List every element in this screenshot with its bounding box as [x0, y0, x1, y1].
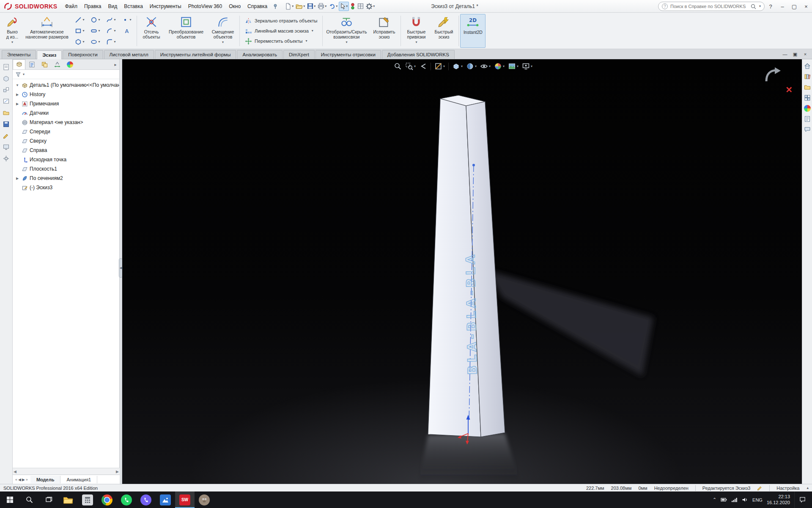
left-toolbar-open-icon[interactable]: [3, 109, 10, 116]
help-button[interactable]: ?: [765, 0, 776, 13]
tree-item-annotations[interactable]: ▶ A Примечания: [13, 99, 119, 108]
wifi-icon[interactable]: [731, 497, 738, 503]
tree-item-origin[interactable]: Исходная точка: [13, 155, 119, 164]
help-search-input[interactable]: [670, 4, 748, 9]
offset-entities-button[interactable]: Смещение объектов ▾: [208, 14, 238, 48]
taskbar-whatsapp-button[interactable]: [117, 491, 136, 508]
linear-pattern-button[interactable]: Линейный массив эскиза ▾: [244, 27, 318, 35]
snaps-caret-icon[interactable]: ▾: [415, 40, 417, 44]
view-orientation-button[interactable]: ▾: [451, 61, 464, 71]
taskbar-chrome-button[interactable]: [97, 491, 117, 508]
tree-item-plane1[interactable]: Плоскость1: [13, 164, 119, 174]
undo-button[interactable]: ▾: [328, 2, 338, 10]
graphics-viewport[interactable]: BLA-BLA-BLA ▾ ▾ ▾ ▾: [122, 59, 802, 484]
featuremanager-tab[interactable]: [13, 59, 25, 69]
minimize-button[interactable]: –: [776, 0, 788, 13]
tree-item-loft2[interactable]: ▶ По сечениям2: [13, 174, 119, 183]
rectangle-tool[interactable]: ▾: [72, 25, 88, 36]
menu-help[interactable]: Справка: [244, 1, 271, 12]
centerline-endpoint[interactable]: [472, 164, 475, 166]
menu-insert[interactable]: Вставка: [121, 1, 146, 12]
doc-minimize-icon[interactable]: —: [781, 50, 789, 58]
sketch-text-tool[interactable]: А: [119, 25, 134, 36]
language-indicator[interactable]: ENG: [752, 497, 763, 502]
doc-close-icon[interactable]: ×: [801, 50, 809, 58]
previous-view-button[interactable]: [418, 61, 428, 71]
tab-sw-addins[interactable]: Добавления SOLIDWORKS: [382, 50, 455, 59]
menu-view[interactable]: Вид: [105, 1, 121, 12]
tab-sketch[interactable]: Эскиз: [37, 50, 62, 59]
displaymanager-tab[interactable]: [63, 59, 76, 69]
repair-sketch-button[interactable]: Исправить эскиз: [369, 14, 399, 48]
tree-item-material[interactable]: Материал <не указан>: [13, 118, 119, 127]
forum-chat-icon[interactable]: [804, 126, 811, 133]
expand-arrow-icon[interactable]: ▼: [15, 83, 20, 87]
expand-arrow-icon[interactable]: ▶: [15, 102, 20, 106]
confirmation-corner-cancel-icon[interactable]: ✕: [785, 86, 793, 94]
propertymanager-tab[interactable]: [25, 59, 38, 69]
menu-photoview[interactable]: PhotoView 360: [185, 1, 226, 12]
expand-arrow-icon[interactable]: ▶: [15, 93, 20, 97]
filter-caret-icon[interactable]: ▾: [23, 73, 25, 76]
tree-item-plane-right[interactable]: Справа: [13, 146, 119, 155]
battery-icon[interactable]: [721, 497, 727, 503]
left-toolbar-assembly-icon[interactable]: [3, 86, 10, 94]
taskbar-gimp-button[interactable]: [195, 491, 214, 508]
sw-resources-home-icon[interactable]: [804, 63, 811, 69]
appearances-ball-icon[interactable]: [804, 105, 811, 112]
search-icon[interactable]: [751, 4, 756, 9]
menu-edit[interactable]: Правка: [81, 1, 105, 12]
edit-appearance-button[interactable]: ▾: [493, 61, 505, 71]
mirror-entities-button[interactable]: Зеркально отразить объекты: [244, 17, 318, 25]
taskbar-viber-button[interactable]: [136, 491, 156, 508]
file-properties-button[interactable]: [357, 2, 365, 10]
ellipse-tool[interactable]: ▾: [88, 36, 103, 47]
configurationmanager-tab[interactable]: [38, 59, 51, 69]
exit-sketch-button[interactable]: Выхо д из... ▾: [2, 14, 23, 48]
left-toolbar-part-icon[interactable]: [3, 75, 10, 82]
slot-tool[interactable]: ▾: [88, 25, 103, 36]
left-toolbar-settings-icon[interactable]: [3, 155, 10, 162]
arc-tool[interactable]: ▾: [103, 25, 119, 36]
display-style-button[interactable]: ▾: [465, 61, 477, 71]
filter-funnel-icon[interactable]: [15, 72, 21, 77]
select-button[interactable]: ▾: [339, 2, 349, 11]
left-toolbar-save-icon[interactable]: [3, 121, 10, 128]
relations-caret-icon[interactable]: ▾: [346, 40, 347, 44]
taskbar-photos-button[interactable]: [156, 491, 175, 508]
panel-flyout-arrow-icon[interactable]: ▸: [112, 59, 119, 69]
menu-window[interactable]: Окно: [225, 1, 244, 12]
move-caret-icon[interactable]: ▾: [305, 39, 307, 43]
convert-entities-button[interactable]: Преобразование объектов: [165, 14, 208, 48]
zoom-fit-button[interactable]: [393, 61, 403, 71]
left-toolbar-pencil-icon[interactable]: [3, 132, 10, 139]
left-toolbar-monitor-icon[interactable]: [3, 144, 10, 151]
taskbar-explorer-button[interactable]: [58, 491, 78, 508]
fillet-tool[interactable]: ▾: [103, 36, 119, 47]
tab-surfaces[interactable]: Поверхности: [63, 50, 103, 59]
rebuild-button[interactable]: [349, 2, 356, 11]
options-button[interactable]: ▾: [365, 2, 376, 11]
taskbar-solidworks-button[interactable]: SW: [175, 491, 195, 508]
animation1-tab[interactable]: Анимация1: [60, 476, 97, 483]
tree-item-plane-top[interactable]: Сверху: [13, 136, 119, 146]
open-button[interactable]: ▾: [295, 2, 306, 10]
section-view-button[interactable]: ▾: [433, 61, 446, 71]
display-relations-button[interactable]: Отобразить/Скрыть взаимосвязи ▾: [324, 14, 369, 48]
doc-restore-icon[interactable]: ▣: [791, 50, 799, 58]
smart-dimension-button[interactable]: Автоматическое нанесение размеров: [23, 14, 71, 48]
menu-tools[interactable]: Инструменты: [146, 1, 185, 12]
move-entities-button[interactable]: Переместить объекты ▾: [244, 37, 318, 45]
menu-file[interactable]: Файл: [61, 1, 81, 12]
custom-properties-icon[interactable]: [804, 116, 811, 122]
task-view-button[interactable]: [39, 491, 58, 508]
offset-caret-icon[interactable]: ▾: [222, 40, 224, 44]
exit-sketch-caret-icon[interactable]: ▾: [11, 40, 13, 44]
tree-item-plane-front[interactable]: Спереди: [13, 127, 119, 136]
quick-snaps-button[interactable]: Быстрые привязки ▾: [402, 14, 430, 48]
instant2d-button[interactable]: 2D Instant2D: [460, 14, 486, 48]
tree-item-sensors[interactable]: Датчики: [13, 108, 119, 118]
start-button[interactable]: [0, 491, 19, 508]
pin-menu-icon[interactable]: [272, 3, 278, 9]
prev-tab-icon[interactable]: ◀: [18, 478, 21, 482]
